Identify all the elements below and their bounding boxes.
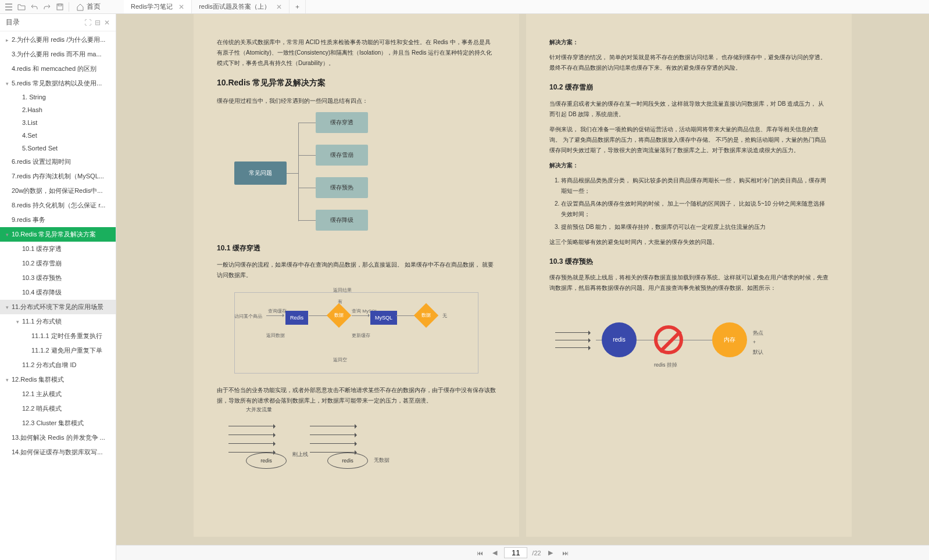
- expand-arrow-icon: ▾: [16, 319, 22, 325]
- home-label: 首页: [87, 2, 101, 12]
- outline-label: 8.redis 持久化机制（怎么保证 r...: [12, 201, 105, 210]
- folder-open-icon[interactable]: [15, 1, 28, 13]
- outline-item[interactable]: ▾11.分布式环境下常见的应用场景: [0, 300, 116, 314]
- page-total: /22: [532, 550, 541, 557]
- outline-item[interactable]: 6.redis 设置过期时间: [0, 155, 116, 169]
- outline-list: ▸2.为什么要用 redis /为什么要用...3.为什么要用 redis 而不…: [0, 31, 116, 560]
- outline-label: 10.3 缓存预热: [22, 274, 62, 282]
- add-tab-button[interactable]: ＋: [290, 0, 306, 13]
- outline-item[interactable]: 10.2 缓存雪崩: [0, 256, 116, 271]
- menu-icon[interactable]: [2, 1, 15, 13]
- outline-item[interactable]: 12.2 哨兵模式: [0, 401, 116, 416]
- diag-redis: redis: [246, 453, 287, 469]
- outline-item[interactable]: ▾12.Redis 集群模式: [0, 372, 116, 387]
- outline-item[interactable]: ▾5.redis 常见数据结构以及使用...: [0, 76, 116, 91]
- diag-memory-circle: 内存: [712, 322, 747, 357]
- text: 缓存使用过程当中，我们经常遇到的一些问题总结有四点：: [217, 96, 496, 106]
- first-page-button[interactable]: ⏮: [474, 550, 485, 557]
- outline-item[interactable]: 3.为什么要用 redis 而不用 ma...: [0, 47, 116, 62]
- outline-item[interactable]: 1. String: [0, 91, 116, 103]
- diag-redis-circle: redis: [602, 322, 637, 357]
- list-item: 在设置商品具体的缓存生效时间的时候， 加上一个随机的区间因子， 比如说 5~10…: [561, 199, 828, 220]
- outline-item[interactable]: 13.如何解决 Redis 的并发竞争 ...: [0, 430, 116, 445]
- outline-item[interactable]: 2.Hash: [0, 103, 116, 116]
- outline-label: 12.3 Cluster 集群模式: [22, 419, 84, 428]
- tab-label: Redis学习笔记: [131, 2, 173, 11]
- outline-label: 12.2 哨兵模式: [22, 404, 62, 413]
- outline-item[interactable]: 9.redis 事务: [0, 213, 116, 227]
- outline-item[interactable]: 10.4 缓存降级: [0, 285, 116, 300]
- text: 缓存预热就是系统上线后，将相关的缓存数据直接加载到缓存系统。这样就可以避免在用户…: [549, 272, 828, 293]
- outline-item[interactable]: 3.List: [0, 116, 116, 129]
- close-icon[interactable]: ✕: [276, 3, 282, 11]
- expand-icon[interactable]: ⛶: [84, 19, 91, 27]
- outline-item[interactable]: 12.3 Cluster 集群模式: [0, 416, 116, 430]
- save-icon[interactable]: [53, 1, 66, 13]
- outline-item[interactable]: 10.1 缓存穿透: [0, 242, 116, 256]
- outline-label: 12.1 主从模式: [22, 390, 62, 399]
- outline-item[interactable]: ▾10.Redis 常见异常及解决方案: [0, 227, 116, 242]
- diagram-cache-flow: 返回结果 访问某个商品 查询缓存 Redis 数据 有 查询 MySQL MyS…: [217, 286, 496, 379]
- outline-item[interactable]: 14.如何保证缓存与数据库双写...: [0, 445, 116, 460]
- diag-label: +: [753, 339, 756, 345]
- collapse-icon[interactable]: ⊟: [95, 19, 101, 27]
- intro-text: 在传统的关系式数据库中，常常用 ACID 性质来检验事务功能的可靠性和安全性。在…: [217, 37, 496, 69]
- tab-redis-notes[interactable]: Redis学习笔记 ✕: [124, 0, 192, 13]
- diag-label: 无数据: [374, 455, 390, 465]
- outline-item[interactable]: ▾11.1 分布式锁: [0, 314, 116, 329]
- heading-10-2: 10.2 缓存雪崩: [549, 81, 828, 94]
- outline-label: 11.1 分布式锁: [22, 317, 62, 326]
- next-page-button[interactable]: ▶: [546, 549, 555, 557]
- outline-label: 6.redis 设置过期时间: [12, 157, 71, 166]
- outline-item[interactable]: ▸2.为什么要用 redis /为什么要用...: [0, 33, 116, 47]
- outline-label: 4.Set: [22, 132, 37, 139]
- outline-item[interactable]: 11.1.1 定时任务重复执行: [0, 329, 116, 343]
- sidebar: 目录 ⛶ ⊟ ✕ ▸2.为什么要用 redis /为什么要用...3.为什么要用…: [0, 14, 116, 560]
- text: 针对缓存穿透的情况， 简单的对策就是将不存在的数据访问结果， 也存储到缓存中，避…: [549, 52, 828, 73]
- outline-label: 10.2 缓存雪崩: [22, 259, 62, 268]
- page-input[interactable]: [504, 547, 527, 558]
- text: 举例来说， 我们在准备一项抢购的促销运营活动，活动期间将带来大量的商品信息、库存…: [549, 124, 828, 156]
- top-toolbar: 首页 Redis学习笔记 ✕ redis面试题及答案（上） ✕ ＋: [0, 0, 929, 14]
- home-button[interactable]: 首页: [76, 2, 101, 12]
- diag-label: 热点: [753, 330, 763, 336]
- outline-item[interactable]: 4.redis 和 memcached 的区别: [0, 62, 116, 76]
- tab-bar: Redis学习笔记 ✕ redis面试题及答案（上） ✕ ＋: [124, 0, 306, 13]
- svg-rect-1: [58, 4, 62, 6]
- outline-label: 2.Hash: [22, 106, 42, 113]
- outline-item[interactable]: 11.2 分布式自增 ID: [0, 358, 116, 372]
- redo-icon[interactable]: [41, 1, 53, 13]
- outline-label: 20w的数据，如何保证Redis中...: [12, 186, 102, 195]
- diagram-root: 常见问题: [234, 161, 287, 185]
- expand-arrow-icon: ▾: [6, 81, 12, 87]
- outline-label: 7.redis 内存淘汰机制（MySQL...: [12, 172, 104, 181]
- outline-item[interactable]: 8.redis 持久化机制（怎么保证 r...: [0, 198, 116, 213]
- outline-item[interactable]: 4.Set: [0, 129, 116, 142]
- outline-label: 10.4 缓存降级: [22, 288, 62, 297]
- text: 一般访问缓存的流程，如果缓存中存在查询的商品数据，那么直接返回。 如果缓存中不存…: [217, 260, 496, 281]
- undo-icon[interactable]: [28, 1, 41, 13]
- outline-item[interactable]: 7.redis 内存淘汰机制（MySQL...: [0, 169, 116, 184]
- home-icon: [76, 3, 84, 11]
- close-icon[interactable]: ✕: [178, 3, 184, 11]
- outline-item[interactable]: 20w的数据，如何保证Redis中...: [0, 184, 116, 198]
- diagram-common-problems: 常见问题 缓存穿透 缓存雪崩 缓存预热 缓存降级: [217, 112, 496, 234]
- outline-label: 11.分布式环境下常见的应用场景: [12, 303, 103, 311]
- prev-page-button[interactable]: ◀: [490, 549, 499, 557]
- last-page-button[interactable]: ⏭: [560, 550, 571, 557]
- sidebar-header: 目录 ⛶ ⊟ ✕: [0, 14, 116, 31]
- outline-item[interactable]: 5.Sorted Set: [0, 142, 116, 155]
- heading-10-1: 10.1 缓存穿透: [217, 242, 496, 255]
- outline-label: 13.如何解决 Redis 的并发竞争 ...: [12, 433, 105, 442]
- page-right: 解决方案： 针对缓存穿透的情况， 简单的对策就是将不存在的数据访问结果， 也存储…: [526, 14, 852, 537]
- expand-arrow-icon: ▸: [6, 37, 12, 43]
- outline-label: 3.List: [22, 119, 37, 126]
- outline-item[interactable]: 12.1 主从模式: [0, 387, 116, 401]
- tab-redis-qa[interactable]: redis面试题及答案（上） ✕: [192, 0, 290, 13]
- outline-item[interactable]: 11.1.2 避免用户重复下单: [0, 343, 116, 358]
- close-sidebar-icon[interactable]: ✕: [104, 19, 110, 27]
- diagram-leaf: 缓存降级: [316, 210, 368, 231]
- outline-label: 14.如何保证缓存与数据库双写...: [12, 448, 102, 457]
- outline-label: 12.Redis 集群模式: [12, 375, 64, 384]
- outline-item[interactable]: 10.3 缓存预热: [0, 271, 116, 285]
